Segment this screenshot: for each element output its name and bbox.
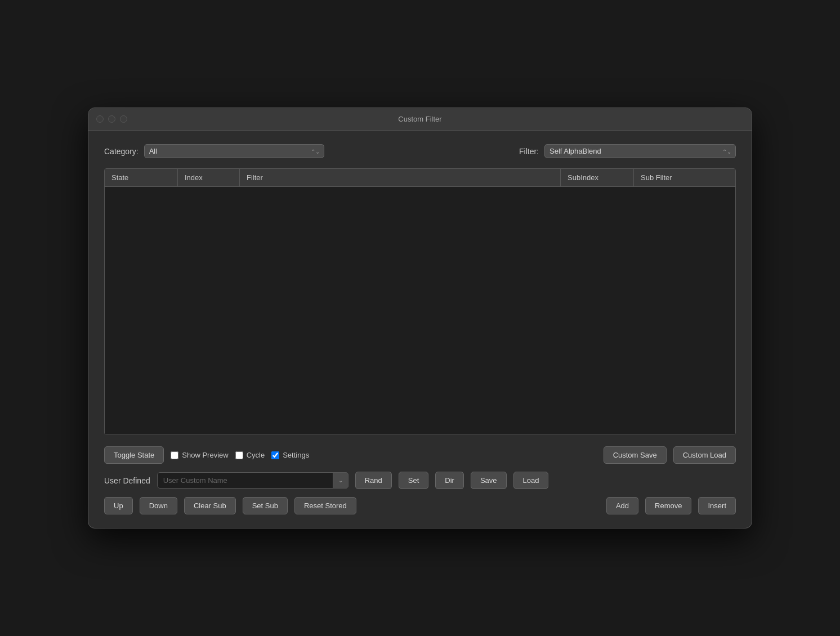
settings-group: Settings bbox=[271, 451, 309, 459]
col-subindex: SubIndex bbox=[561, 169, 634, 186]
save-button[interactable]: Save bbox=[471, 472, 507, 489]
content-area: Category: All Filter: Self AlphaBlend St… bbox=[88, 131, 752, 528]
custom-load-button[interactable]: Custom Load bbox=[673, 446, 736, 464]
show-preview-checkbox[interactable] bbox=[171, 451, 178, 459]
user-defined-label: User Defined bbox=[104, 476, 150, 485]
col-subfilter: Sub Filter bbox=[634, 169, 735, 186]
filter-group: Filter: Self AlphaBlend bbox=[519, 144, 736, 158]
category-label: Category: bbox=[104, 147, 138, 156]
row3-right-buttons: Add Remove Insert bbox=[606, 497, 736, 514]
close-button[interactable] bbox=[96, 115, 104, 123]
down-button[interactable]: Down bbox=[140, 497, 177, 514]
filter-table: State Index Filter SubIndex Sub Filter bbox=[104, 168, 736, 435]
category-select[interactable]: All bbox=[144, 144, 324, 158]
top-controls: Category: All Filter: Self AlphaBlend bbox=[104, 144, 736, 158]
col-filter: Filter bbox=[240, 169, 561, 186]
cycle-label[interactable]: Cycle bbox=[247, 451, 265, 459]
titlebar: Custom Filter bbox=[88, 108, 752, 131]
col-state: State bbox=[105, 169, 178, 186]
bottom-row-1: Toggle State Show Preview Cycle Settings… bbox=[104, 446, 736, 464]
category-group: Category: All bbox=[104, 144, 324, 158]
settings-label[interactable]: Settings bbox=[283, 451, 309, 459]
bottom-row-2: User Defined ⌄ Rand Set Dir Save Load bbox=[104, 472, 736, 489]
custom-save-button[interactable]: Custom Save bbox=[604, 446, 667, 464]
maximize-button[interactable] bbox=[120, 115, 127, 123]
user-defined-dropdown-button[interactable]: ⌄ bbox=[333, 472, 348, 489]
main-window: Custom Filter Category: All Filter: Self… bbox=[88, 108, 752, 528]
user-custom-name-input[interactable] bbox=[157, 472, 348, 489]
category-select-wrapper: All bbox=[144, 144, 324, 158]
table-body bbox=[105, 187, 735, 435]
user-defined-input-wrapper: ⌄ bbox=[157, 472, 348, 489]
traffic-lights bbox=[96, 115, 127, 123]
toggle-state-button[interactable]: Toggle State bbox=[104, 446, 164, 464]
settings-checkbox[interactable] bbox=[271, 451, 279, 459]
filter-label: Filter: bbox=[519, 147, 539, 156]
cycle-group: Cycle bbox=[235, 451, 265, 459]
rand-button[interactable]: Rand bbox=[355, 472, 392, 489]
filter-select-wrapper: Self AlphaBlend bbox=[544, 144, 736, 158]
clear-sub-button[interactable]: Clear Sub bbox=[184, 497, 236, 514]
col-index: Index bbox=[178, 169, 240, 186]
reset-stored-button[interactable]: Reset Stored bbox=[294, 497, 356, 514]
show-preview-group: Show Preview bbox=[171, 451, 228, 459]
dir-button[interactable]: Dir bbox=[435, 472, 464, 489]
bottom-row-3: Up Down Clear Sub Set Sub Reset Stored A… bbox=[104, 497, 736, 514]
show-preview-label[interactable]: Show Preview bbox=[182, 451, 228, 459]
insert-button[interactable]: Insert bbox=[698, 497, 736, 514]
remove-button[interactable]: Remove bbox=[645, 497, 691, 514]
up-button[interactable]: Up bbox=[104, 497, 133, 514]
filter-select[interactable]: Self AlphaBlend bbox=[544, 144, 736, 158]
window-title: Custom Filter bbox=[398, 115, 441, 123]
set-button[interactable]: Set bbox=[399, 472, 429, 489]
load-button[interactable]: Load bbox=[513, 472, 549, 489]
set-sub-button[interactable]: Set Sub bbox=[243, 497, 288, 514]
minimize-button[interactable] bbox=[108, 115, 115, 123]
add-button[interactable]: Add bbox=[606, 497, 638, 514]
table-header: State Index Filter SubIndex Sub Filter bbox=[105, 169, 735, 187]
cycle-checkbox[interactable] bbox=[235, 451, 243, 459]
row1-right-buttons: Custom Save Custom Load bbox=[604, 446, 736, 464]
bottom-controls: Toggle State Show Preview Cycle Settings… bbox=[104, 446, 736, 514]
